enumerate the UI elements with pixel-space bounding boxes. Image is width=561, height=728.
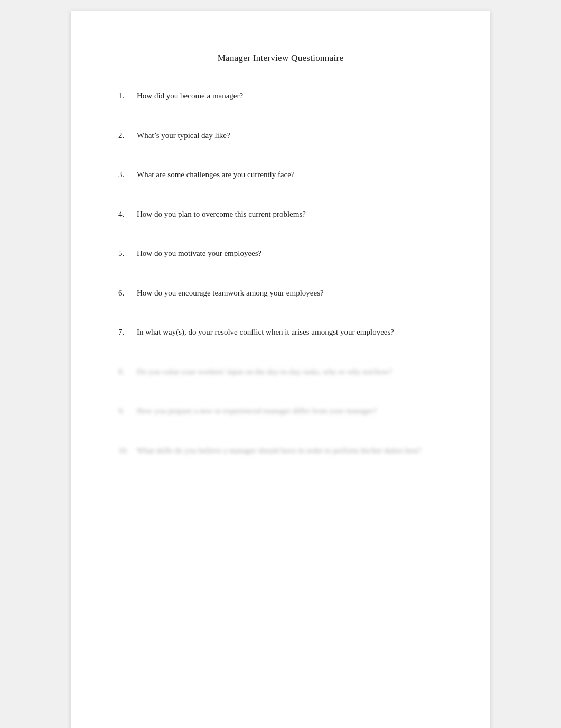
question-text: Do you value your workers' input on the … [137,366,392,378]
list-item: 8.Do you value your workers' input on th… [118,366,443,378]
list-item: 6.How do you encourage teamwork among yo… [118,287,443,299]
list-item: 10.What skills do you believe a manager … [118,445,443,457]
question-number: 8. [118,366,137,378]
list-item: 9.How you prepare a new or experienced m… [118,405,443,417]
question-number: 2. [118,130,137,142]
page-title: Manager Interview Questionnaire [118,53,443,63]
question-text: How you prepare a new or experienced man… [137,405,377,417]
question-number: 7. [118,326,137,338]
question-text: How do you plan to overcome this current… [137,208,306,220]
question-number: 4. [118,208,137,220]
question-number: 1. [118,90,137,102]
question-number: 9. [118,405,137,417]
question-number: 6. [118,287,137,299]
question-text: How do you encourage teamwork among your… [137,287,324,299]
question-text: What skills do you believe a manager sho… [137,445,422,457]
question-text: What’s your typical day like? [137,130,230,142]
document-page: Manager Interview Questionnaire 1.How di… [71,11,490,728]
list-item: 7.In what way(s), do your resolve confli… [118,326,443,338]
question-text: How do you motivate your employees? [137,247,261,260]
list-item: 1.How did you become a manager? [118,90,443,102]
list-item: 2.What’s your typical day like? [118,130,443,142]
question-number: 10. [118,445,137,457]
question-text: What are some challenges are you current… [137,169,295,181]
list-item: 5.How do you motivate your employees? [118,247,443,260]
list-item: 3.What are some challenges are you curre… [118,169,443,181]
questions-list: 1.How did you become a manager?2.What’s … [118,90,443,456]
question-text: In what way(s), do your resolve conflict… [137,326,394,338]
question-text: How did you become a manager? [137,90,243,102]
question-number: 3. [118,169,137,181]
list-item: 4.How do you plan to overcome this curre… [118,208,443,220]
question-number: 5. [118,247,137,260]
